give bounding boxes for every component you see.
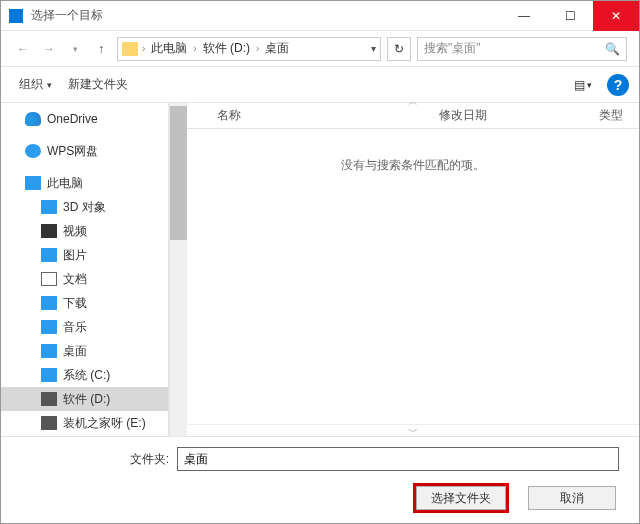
select-folder-button[interactable]: 选择文件夹 (416, 486, 506, 510)
chevron-down-icon[interactable]: ▾ (371, 43, 376, 54)
sidebar-item-edrive[interactable]: 装机之家呀 (E:) (1, 411, 168, 435)
chevron-right-icon: › (256, 43, 259, 54)
forward-button[interactable]: → (39, 39, 59, 59)
chevron-down-icon: ▾ (47, 80, 52, 90)
list-icon: ▤ (574, 78, 585, 92)
drive-icon (41, 368, 57, 382)
folder-label: 文件夹: (17, 451, 169, 468)
up-button[interactable]: ↑ (91, 39, 111, 59)
refresh-button[interactable]: ↻ (387, 37, 411, 61)
file-area: ︿ 名称 修改日期 类型 没有与搜索条件匹配的项。 ﹀ (187, 103, 639, 436)
column-type[interactable]: 类型 (599, 107, 639, 124)
view-mode-button[interactable]: ▤ ▾ (567, 73, 599, 97)
empty-message: 没有与搜索条件匹配的项。 (187, 129, 639, 424)
sidebar-item-desktop[interactable]: 桌面 (1, 339, 168, 363)
breadcrumb-item[interactable]: 桌面 (261, 40, 293, 57)
chevron-right-icon: › (142, 43, 145, 54)
close-button[interactable]: ✕ (593, 1, 639, 31)
new-folder-button[interactable]: 新建文件夹 (60, 72, 136, 97)
sidebar-scrollbar[interactable] (169, 103, 187, 436)
image-icon (41, 248, 57, 262)
bottom-panel: 文件夹: 选择文件夹 取消 (1, 436, 639, 523)
recent-dropdown-icon[interactable]: ▾ (65, 39, 85, 59)
cloud-icon (25, 144, 41, 158)
column-date[interactable]: 修改日期 (439, 107, 599, 124)
sidebar-item-video[interactable]: 视频 (1, 219, 168, 243)
music-icon (41, 320, 57, 334)
sidebar-item-onedrive[interactable]: OneDrive (1, 107, 168, 131)
cube-icon (41, 200, 57, 214)
window-title: 选择一个目标 (31, 7, 501, 24)
cloud-icon (25, 112, 41, 126)
breadcrumb-item[interactable]: 软件 (D:) (199, 40, 254, 57)
document-icon (41, 272, 57, 286)
download-icon (41, 296, 57, 310)
sidebar-item-music[interactable]: 音乐 (1, 315, 168, 339)
column-headers: ︿ 名称 修改日期 类型 (187, 103, 639, 129)
folder-name-input[interactable] (177, 447, 619, 471)
search-icon: 🔍 (605, 42, 620, 56)
chevron-right-icon: › (193, 43, 196, 54)
scrollbar-thumb[interactable] (170, 106, 187, 239)
maximize-button[interactable]: ☐ (547, 1, 593, 31)
computer-icon (25, 176, 41, 190)
minimize-button[interactable]: — (501, 1, 547, 31)
sidebar-item-thispc[interactable]: 此电脑 (1, 171, 168, 195)
sidebar-item-cdrive[interactable]: 系统 (C:) (1, 363, 168, 387)
drive-icon (41, 416, 57, 430)
sidebar-item-downloads[interactable]: 下载 (1, 291, 168, 315)
sidebar-item-3d[interactable]: 3D 对象 (1, 195, 168, 219)
sidebar-item-wps[interactable]: WPS网盘 (1, 139, 168, 163)
breadcrumb[interactable]: › 此电脑 › 软件 (D:) › 桌面 ▾ (117, 37, 381, 61)
search-input[interactable]: 搜索"桌面" 🔍 (417, 37, 627, 61)
drive-icon (41, 392, 57, 406)
organize-button[interactable]: 组织 ▾ (11, 72, 60, 97)
search-placeholder: 搜索"桌面" (424, 40, 605, 57)
titlebar: 选择一个目标 — ☐ ✕ (1, 1, 639, 31)
breadcrumb-item[interactable]: 此电脑 (147, 40, 191, 57)
chevron-down-icon: ▾ (587, 80, 592, 90)
app-icon (9, 9, 23, 23)
sidebar-item-ddrive[interactable]: 软件 (D:) (1, 387, 168, 411)
sidebar-item-pictures[interactable]: 图片 (1, 243, 168, 267)
desktop-icon (41, 344, 57, 358)
column-name[interactable]: 名称 (187, 107, 439, 124)
nav-row: ← → ▾ ↑ › 此电脑 › 软件 (D:) › 桌面 ▾ ↻ 搜索"桌面" … (1, 31, 639, 67)
sidebar-item-docs[interactable]: 文档 (1, 267, 168, 291)
cancel-button[interactable]: 取消 (528, 486, 616, 510)
help-button[interactable]: ? (607, 74, 629, 96)
toolbar: 组织 ▾ 新建文件夹 ▤ ▾ ? (1, 67, 639, 103)
video-icon (41, 224, 57, 238)
chevron-down-icon[interactable]: ﹀ (187, 424, 639, 436)
sidebar: OneDrive WPS网盘 此电脑 3D 对象 视频 图片 文档 下载 音乐 … (1, 103, 169, 436)
folder-picker-dialog: 选择一个目标 — ☐ ✕ ← → ▾ ↑ › 此电脑 › 软件 (D:) › 桌… (0, 0, 640, 524)
folder-icon (122, 42, 138, 56)
chevron-up-icon[interactable]: ︿ (408, 95, 418, 109)
back-button[interactable]: ← (13, 39, 33, 59)
